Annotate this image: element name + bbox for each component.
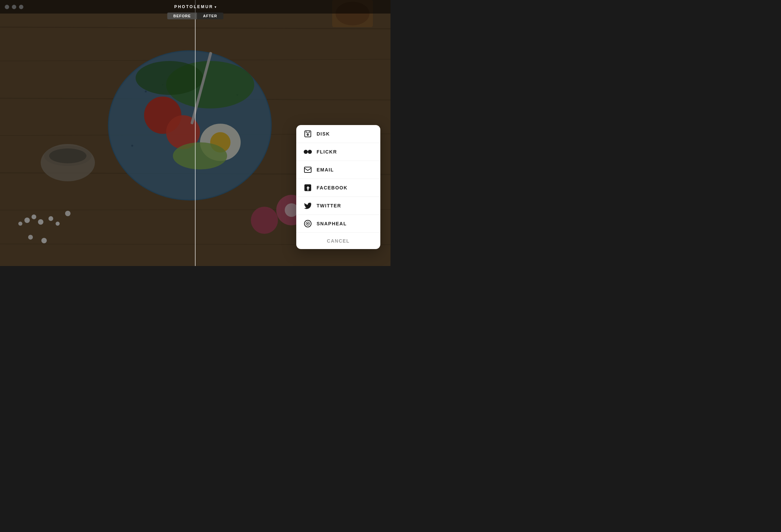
- share-flickr-item[interactable]: FLICKR: [296, 143, 380, 161]
- minimize-button[interactable]: [12, 5, 16, 9]
- comparison-divider: [195, 0, 196, 266]
- facebook-icon: [304, 184, 312, 192]
- facebook-label: FACEBOOK: [317, 185, 347, 190]
- maximize-button[interactable]: [19, 5, 23, 9]
- snapheal-icon: [304, 220, 312, 228]
- share-disk-item[interactable]: DISK: [296, 125, 380, 143]
- title-bar: PHOTOLEMUR ▾: [0, 0, 390, 14]
- flickr-label: FLICKR: [317, 149, 337, 155]
- svg-point-51: [308, 150, 312, 154]
- after-label[interactable]: AFTER: [197, 13, 223, 19]
- disk-label: DISK: [317, 131, 330, 137]
- before-label[interactable]: BEFORE: [167, 13, 197, 19]
- svg-rect-52: [304, 167, 311, 172]
- snapheal-label: SNAPHEAL: [317, 221, 347, 226]
- close-button[interactable]: [5, 5, 9, 9]
- email-icon: [304, 166, 312, 174]
- svg-point-56: [307, 223, 308, 224]
- share-facebook-item[interactable]: FACEBOOK: [296, 179, 380, 197]
- traffic-lights: [5, 5, 23, 9]
- svg-point-50: [304, 150, 308, 154]
- share-email-item[interactable]: EMAIL: [296, 161, 380, 179]
- share-twitter-item[interactable]: TWITTER: [296, 197, 380, 215]
- app-dropdown-icon[interactable]: ▾: [215, 5, 216, 9]
- cancel-label: CANCEL: [327, 238, 349, 244]
- share-menu: DISK FLICKR EMAIL FACEBOOK: [296, 125, 380, 249]
- twitter-label: TWITTER: [317, 203, 341, 208]
- share-cancel-item[interactable]: CANCEL: [296, 233, 380, 249]
- app-title: PHOTOLEMUR: [174, 4, 213, 9]
- email-label: EMAIL: [317, 167, 334, 172]
- compare-labels: BEFORE AFTER: [167, 13, 223, 19]
- flickr-icon: [304, 148, 312, 156]
- share-snapheal-item[interactable]: SNAPHEAL: [296, 215, 380, 233]
- twitter-icon: [304, 202, 312, 210]
- disk-icon: [304, 130, 312, 138]
